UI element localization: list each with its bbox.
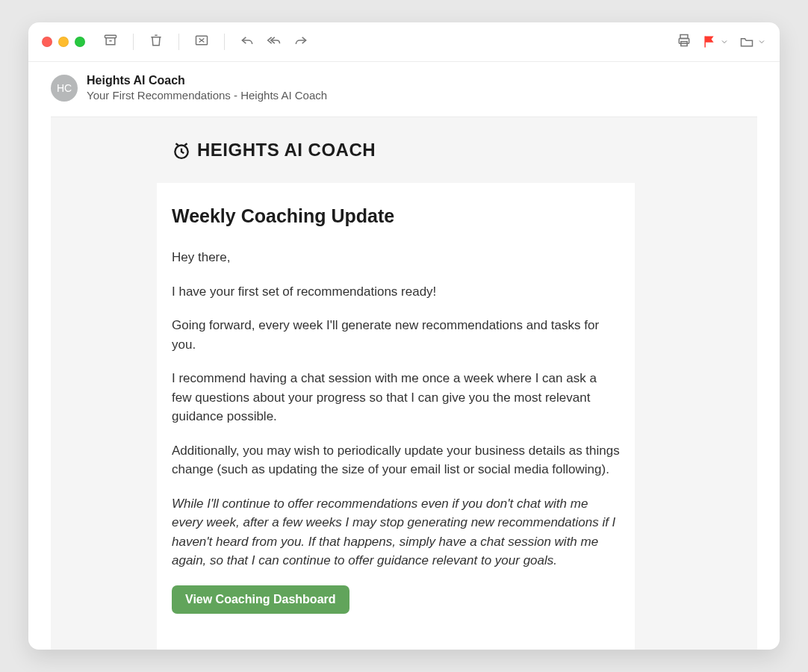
chevron-down-icon[interactable] [720, 37, 729, 46]
separator [133, 34, 134, 50]
sender-name: Heights AI Coach [87, 74, 327, 87]
brand-name: HEIGHTS AI COACH [197, 140, 376, 161]
separator [224, 34, 225, 50]
message-body-scroll[interactable]: HEIGHTS AI COACH Weekly Coaching Update … [51, 116, 757, 650]
separator [178, 34, 179, 50]
message-subject: Your First Recommendations - Heights AI … [87, 89, 327, 102]
email-paragraph: I recommend having a chat session with m… [172, 369, 620, 426]
email-paragraph: I have your first set of recommendations… [172, 282, 620, 302]
forward-icon[interactable] [293, 33, 308, 51]
minimize-window-button[interactable] [58, 37, 69, 47]
trash-icon[interactable] [149, 33, 164, 51]
junk-icon[interactable] [194, 33, 209, 51]
email-body: Weekly Coaching Update Hey there, I have… [157, 183, 635, 644]
chevron-down-icon[interactable] [757, 37, 766, 46]
mail-window: HC Heights AI Coach Your First Recommend… [28, 22, 780, 650]
message-header: HC Heights AI Coach Your First Recommend… [28, 62, 780, 116]
email-paragraph: Hey there, [172, 248, 620, 267]
email-heading: Weekly Coaching Update [172, 205, 620, 227]
svg-rect-0 [105, 35, 116, 37]
message-actions-right [677, 33, 766, 51]
move-to-folder-button[interactable] [739, 34, 766, 49]
reply-all-icon[interactable] [267, 33, 282, 51]
email-paragraph: Going forward, every week I'll generate … [172, 316, 620, 354]
flag-button[interactable] [702, 34, 729, 49]
window-controls [42, 37, 85, 47]
view-dashboard-button[interactable]: View Coaching Dashboard [172, 585, 349, 614]
message-actions-left [103, 33, 308, 51]
email-paragraph-note: While I'll continue to offer recommendat… [172, 494, 620, 570]
reply-icon[interactable] [240, 33, 255, 51]
zoom-window-button[interactable] [75, 37, 85, 47]
clock-icon [172, 140, 191, 160]
sender-avatar: HC [51, 75, 78, 102]
email-brand-header: HEIGHTS AI COACH [157, 117, 635, 183]
email-paragraph: Additionally, you may wish to periodical… [172, 441, 620, 479]
archive-icon[interactable] [103, 33, 118, 51]
close-window-button[interactable] [42, 37, 52, 47]
print-icon[interactable] [677, 33, 692, 51]
toolbar [28, 22, 780, 62]
email-content: HEIGHTS AI COACH Weekly Coaching Update … [157, 117, 635, 650]
